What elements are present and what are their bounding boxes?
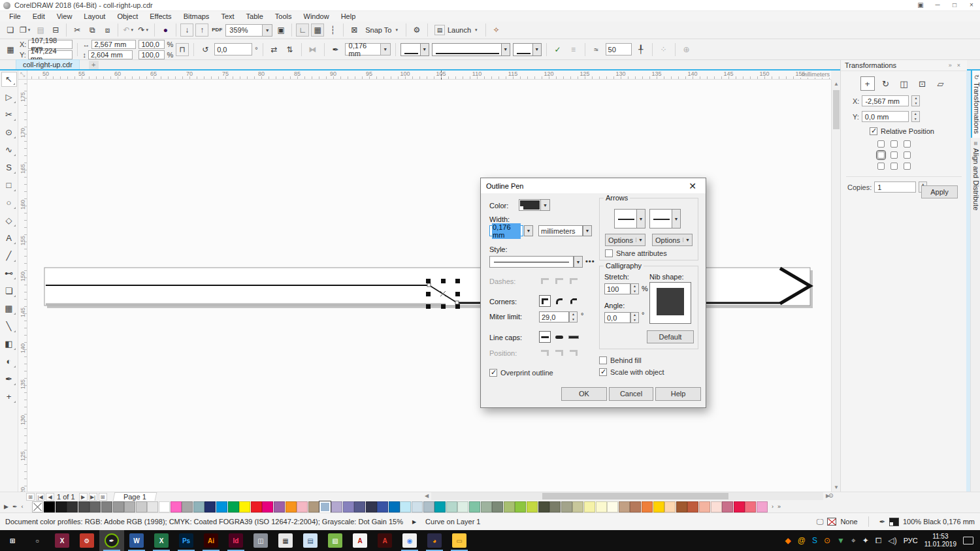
docker-x-spinner[interactable]: ▲▼	[911, 95, 920, 106]
stretch-field[interactable]: 100	[604, 283, 630, 294]
start-button[interactable]: ⊞	[0, 530, 25, 551]
color-swatch[interactable]	[182, 501, 193, 512]
close-curve-button[interactable]: ✓	[551, 43, 564, 56]
launch-dropdown[interactable]: ▤ Launch▾	[432, 25, 482, 35]
app-explorer[interactable]: ▭	[447, 530, 472, 551]
cut-button[interactable]: ✂	[71, 24, 84, 37]
ruler-origin-button[interactable]: ⤡	[18, 71, 27, 80]
menu-text[interactable]: Text	[216, 12, 239, 21]
color-swatch[interactable]	[56, 501, 67, 512]
app-firefox[interactable]: ◕	[422, 530, 447, 551]
text-tool[interactable]: A	[1, 230, 17, 245]
drop-shadow-tool[interactable]: ❏	[1, 283, 17, 298]
tab-align-distribute[interactable]: ≡ Align and Distribute	[971, 138, 980, 214]
color-swatch[interactable]	[204, 501, 216, 512]
object-width-field[interactable]: 2,567 mm	[91, 40, 136, 49]
first-page-button[interactable]: |◀	[36, 493, 44, 501]
color-swatch[interactable]	[343, 501, 354, 512]
mirror-vertical-button[interactable]: ⇅	[284, 43, 297, 56]
reduce-nodes-button[interactable]: ⁘	[657, 43, 670, 56]
docker-y-field[interactable]: 0,0 mm	[862, 111, 909, 122]
interactive-fill-tool[interactable]: ◧	[1, 336, 17, 351]
new-tab-button[interactable]: +	[89, 61, 99, 69]
outline-color-picker[interactable]: ▼	[519, 199, 550, 211]
miter-limit-field[interactable]: 29,0	[539, 311, 569, 323]
color-swatch[interactable]	[377, 501, 388, 512]
y-position-field[interactable]: 147,224 mm	[28, 50, 73, 59]
palette-options-icon[interactable]: ▶	[4, 503, 8, 510]
last-page-button[interactable]: ▶|	[89, 493, 97, 501]
position-option-2[interactable]	[553, 347, 565, 358]
tray-search[interactable]: ⊙	[824, 536, 830, 545]
tray-satellite[interactable]: ⌖	[851, 536, 856, 545]
anchor-middle-right[interactable]	[904, 151, 911, 159]
color-swatch[interactable]	[262, 501, 273, 512]
dash-option-2[interactable]	[553, 275, 565, 287]
cap-round-button[interactable]	[553, 331, 565, 343]
paste-button[interactable]: ⧈	[101, 24, 114, 37]
color-eyedropper-tool[interactable]: ╲	[1, 319, 17, 334]
color-swatch[interactable]	[607, 501, 618, 512]
horizontal-scroll-thumb[interactable]	[542, 493, 728, 499]
start-arrow-combo[interactable]: ▼	[400, 43, 429, 56]
color-swatch[interactable]	[469, 501, 480, 512]
transform-scale-mirror-button[interactable]: ◫	[897, 76, 911, 91]
cancel-button[interactable]: Cancel	[609, 387, 653, 401]
app-word[interactable]: W	[124, 530, 149, 551]
width-units-dropdown-icon[interactable]: ▼	[583, 225, 592, 236]
transform-skew-button[interactable]: ▱	[934, 76, 948, 91]
tab-transformations[interactable]: ↻ Transformations	[971, 71, 980, 138]
color-swatch[interactable]	[699, 501, 710, 512]
line-style-combo[interactable]: ▼	[432, 43, 510, 56]
artistic-media-tool[interactable]: S	[1, 160, 17, 175]
adjust-dimensions-button[interactable]: ⧓	[306, 43, 319, 56]
tablet-mode-icon[interactable]: ▣	[912, 0, 929, 10]
app-calculator[interactable]: ▦	[273, 530, 298, 551]
anchor-bottom-center[interactable]	[890, 163, 898, 170]
color-swatch[interactable]	[676, 501, 687, 512]
menu-object[interactable]: Object	[112, 12, 143, 21]
tray-volume[interactable]: ◁)	[888, 536, 896, 545]
search-content-button[interactable]: ●	[159, 24, 172, 37]
document-tab[interactable]: coll-right-up.cdr	[16, 59, 80, 69]
overprint-outline-checkbox[interactable]: Overprint outline	[489, 369, 553, 377]
vertical-scroll-thumb[interactable]	[833, 90, 840, 129]
show-rulers-button[interactable]: ∟	[296, 24, 309, 37]
no-color-swatch[interactable]	[32, 501, 43, 512]
edit-style-button[interactable]: •••	[585, 257, 595, 265]
color-swatch[interactable]	[711, 501, 722, 512]
taskbar-clock[interactable]: 11:53 11.01.2019	[924, 533, 956, 548]
color-swatch[interactable]	[619, 501, 630, 512]
default-button[interactable]: Default	[647, 330, 694, 343]
transform-size-button[interactable]: ⊡	[915, 76, 930, 91]
color-swatch[interactable]	[630, 501, 641, 512]
app-notes[interactable]: ▤	[298, 530, 323, 551]
corner-miter-button[interactable]	[539, 295, 551, 307]
color-swatch[interactable]	[389, 501, 400, 512]
vertical-ruler[interactable]: 175170165160155150145140135130125120	[18, 80, 27, 492]
menu-effects[interactable]: Effects	[144, 12, 176, 21]
color-swatch[interactable]	[286, 501, 297, 512]
outline-pen-status-icon[interactable]: ✒	[879, 518, 885, 526]
anchor-top-center[interactable]	[890, 140, 898, 148]
publish-pdf-button[interactable]: PDF	[210, 24, 223, 37]
color-swatch[interactable]	[504, 501, 515, 512]
next-page-button[interactable]: ▶	[79, 493, 88, 501]
menu-bitmaps[interactable]: Bitmaps	[178, 12, 215, 21]
fullscreen-preview-button[interactable]: ▣	[274, 24, 287, 37]
end-arrow-options-button[interactable]: Options▼	[652, 234, 693, 246]
save-button[interactable]: ▤	[34, 24, 47, 37]
add-node-button[interactable]: ⊕	[680, 43, 693, 56]
color-swatch[interactable]	[434, 501, 446, 512]
menu-view[interactable]: View	[52, 12, 78, 21]
palette-scroll-right-icon[interactable]: ›	[772, 503, 774, 510]
color-swatch[interactable]	[354, 501, 365, 512]
style-combo[interactable]	[489, 256, 574, 268]
rectangle-tool[interactable]: □	[1, 178, 17, 193]
width-dropdown-icon[interactable]: ▼	[524, 225, 533, 236]
connector-tool[interactable]: ⊷	[1, 266, 17, 281]
color-swatch[interactable]	[412, 501, 423, 512]
color-swatch[interactable]	[274, 501, 285, 512]
zoom-tool[interactable]: ⊙	[1, 125, 17, 140]
scroll-down-button[interactable]: ▼	[832, 483, 841, 492]
